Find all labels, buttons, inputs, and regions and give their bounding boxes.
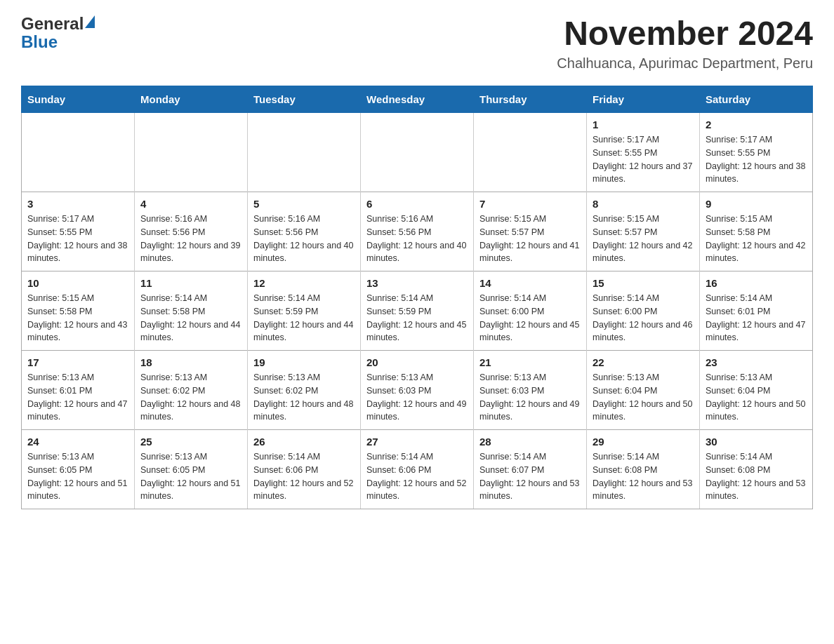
cell-week2-day5: 8Sunrise: 5:15 AMSunset: 5:57 PMDaylight… <box>587 192 700 271</box>
day-number: 1 <box>593 119 694 130</box>
day-info: Sunrise: 5:13 AMSunset: 6:03 PMDaylight:… <box>366 371 468 424</box>
calendar-body: 1Sunrise: 5:17 AMSunset: 5:55 PMDaylight… <box>22 113 813 509</box>
day-number: 11 <box>140 277 241 289</box>
day-info: Sunrise: 5:15 AMSunset: 5:58 PMDaylight:… <box>27 292 128 344</box>
title-block: November 2024 Chalhuanca, Apurimac Depar… <box>557 14 813 72</box>
cell-week4-day3: 20Sunrise: 5:13 AMSunset: 6:03 PMDayligh… <box>361 351 474 430</box>
day-number: 5 <box>253 198 355 210</box>
day-number: 14 <box>479 277 581 289</box>
cell-week5-day6: 30Sunrise: 5:14 AMSunset: 6:08 PMDayligh… <box>700 430 813 509</box>
cell-week1-day2 <box>248 113 361 192</box>
day-number: 27 <box>366 436 468 448</box>
calendar-header: Sunday Monday Tuesday Wednesday Thursday… <box>22 86 813 113</box>
day-number: 7 <box>479 198 581 210</box>
cell-week1-day3 <box>361 113 474 192</box>
day-info: Sunrise: 5:13 AMSunset: 6:05 PMDaylight:… <box>140 450 241 503</box>
day-info: Sunrise: 5:16 AMSunset: 5:56 PMDaylight:… <box>366 213 468 265</box>
day-info: Sunrise: 5:13 AMSunset: 6:03 PMDaylight:… <box>479 371 581 424</box>
day-number: 10 <box>27 277 128 289</box>
day-number: 16 <box>706 277 807 289</box>
day-number: 4 <box>140 198 241 210</box>
day-number: 21 <box>479 356 581 368</box>
day-info: Sunrise: 5:13 AMSunset: 6:04 PMDaylight:… <box>593 371 694 424</box>
cell-week1-day0 <box>22 113 135 192</box>
cell-week1-day4 <box>474 113 587 192</box>
header-tuesday: Tuesday <box>248 86 361 113</box>
day-info: Sunrise: 5:16 AMSunset: 5:56 PMDaylight:… <box>140 213 241 265</box>
day-info: Sunrise: 5:15 AMSunset: 5:57 PMDaylight:… <box>593 213 694 265</box>
header-thursday: Thursday <box>474 86 587 113</box>
day-info: Sunrise: 5:14 AMSunset: 5:58 PMDaylight:… <box>140 292 241 344</box>
cell-week3-day5: 15Sunrise: 5:14 AMSunset: 6:00 PMDayligh… <box>587 271 700 351</box>
cell-week5-day1: 25Sunrise: 5:13 AMSunset: 6:05 PMDayligh… <box>135 430 248 509</box>
header-row: Sunday Monday Tuesday Wednesday Thursday… <box>22 86 813 113</box>
cell-week5-day0: 24Sunrise: 5:13 AMSunset: 6:05 PMDayligh… <box>22 430 135 509</box>
cell-week4-day4: 21Sunrise: 5:13 AMSunset: 6:03 PMDayligh… <box>474 351 587 430</box>
cell-week1-day5: 1Sunrise: 5:17 AMSunset: 5:55 PMDaylight… <box>587 113 700 192</box>
day-number: 26 <box>253 436 355 448</box>
day-number: 25 <box>140 436 241 448</box>
header-sunday: Sunday <box>22 86 135 113</box>
page-subtitle: Chalhuanca, Apurimac Department, Peru <box>557 55 813 72</box>
cell-week5-day4: 28Sunrise: 5:14 AMSunset: 6:07 PMDayligh… <box>474 430 587 509</box>
day-number: 2 <box>706 119 807 130</box>
day-number: 20 <box>366 356 468 368</box>
day-number: 19 <box>253 356 355 368</box>
cell-week3-day6: 16Sunrise: 5:14 AMSunset: 6:01 PMDayligh… <box>700 271 813 351</box>
week-row-5: 24Sunrise: 5:13 AMSunset: 6:05 PMDayligh… <box>22 430 813 509</box>
logo-triangle-icon <box>85 15 95 28</box>
day-number: 6 <box>366 198 468 210</box>
day-info: Sunrise: 5:14 AMSunset: 6:08 PMDaylight:… <box>593 450 694 503</box>
day-number: 13 <box>366 277 468 289</box>
day-info: Sunrise: 5:14 AMSunset: 5:59 PMDaylight:… <box>366 292 468 344</box>
week-row-1: 1Sunrise: 5:17 AMSunset: 5:55 PMDaylight… <box>22 113 813 192</box>
day-info: Sunrise: 5:17 AMSunset: 5:55 PMDaylight:… <box>593 133 694 186</box>
day-info: Sunrise: 5:15 AMSunset: 5:58 PMDaylight:… <box>706 213 807 265</box>
cell-week4-day6: 23Sunrise: 5:13 AMSunset: 6:04 PMDayligh… <box>700 351 813 430</box>
day-info: Sunrise: 5:14 AMSunset: 5:59 PMDaylight:… <box>253 292 355 344</box>
day-number: 30 <box>706 436 807 448</box>
day-info: Sunrise: 5:14 AMSunset: 6:06 PMDaylight:… <box>366 450 468 503</box>
header-saturday: Saturday <box>700 86 813 113</box>
day-info: Sunrise: 5:17 AMSunset: 5:55 PMDaylight:… <box>706 133 807 186</box>
day-number: 3 <box>27 198 128 210</box>
cell-week4-day2: 19Sunrise: 5:13 AMSunset: 6:02 PMDayligh… <box>248 351 361 430</box>
day-number: 29 <box>593 436 694 448</box>
cell-week5-day3: 27Sunrise: 5:14 AMSunset: 6:06 PMDayligh… <box>361 430 474 509</box>
cell-week1-day6: 2Sunrise: 5:17 AMSunset: 5:55 PMDaylight… <box>700 113 813 192</box>
cell-week3-day0: 10Sunrise: 5:15 AMSunset: 5:58 PMDayligh… <box>22 271 135 351</box>
day-number: 17 <box>27 356 128 368</box>
logo-general-text: General <box>21 14 84 34</box>
day-info: Sunrise: 5:14 AMSunset: 6:06 PMDaylight:… <box>253 450 355 503</box>
day-info: Sunrise: 5:14 AMSunset: 6:01 PMDaylight:… <box>706 292 807 344</box>
day-info: Sunrise: 5:14 AMSunset: 6:08 PMDaylight:… <box>706 450 807 503</box>
cell-week3-day4: 14Sunrise: 5:14 AMSunset: 6:00 PMDayligh… <box>474 271 587 351</box>
day-info: Sunrise: 5:15 AMSunset: 5:57 PMDaylight:… <box>479 213 581 265</box>
header-monday: Monday <box>135 86 248 113</box>
logo-blue-text: Blue <box>21 32 58 52</box>
cell-week2-day3: 6Sunrise: 5:16 AMSunset: 5:56 PMDaylight… <box>361 192 474 271</box>
cell-week4-day1: 18Sunrise: 5:13 AMSunset: 6:02 PMDayligh… <box>135 351 248 430</box>
day-info: Sunrise: 5:14 AMSunset: 6:07 PMDaylight:… <box>479 450 581 503</box>
cell-week4-day0: 17Sunrise: 5:13 AMSunset: 6:01 PMDayligh… <box>22 351 135 430</box>
day-info: Sunrise: 5:13 AMSunset: 6:02 PMDaylight:… <box>140 371 241 424</box>
week-row-4: 17Sunrise: 5:13 AMSunset: 6:01 PMDayligh… <box>22 351 813 430</box>
day-info: Sunrise: 5:14 AMSunset: 6:00 PMDaylight:… <box>593 292 694 344</box>
cell-week5-day2: 26Sunrise: 5:14 AMSunset: 6:06 PMDayligh… <box>248 430 361 509</box>
day-number: 24 <box>27 436 128 448</box>
page-header: General Blue November 2024 Chalhuanca, A… <box>21 14 813 72</box>
cell-week2-day0: 3Sunrise: 5:17 AMSunset: 5:55 PMDaylight… <box>22 192 135 271</box>
day-info: Sunrise: 5:13 AMSunset: 6:04 PMDaylight:… <box>706 371 807 424</box>
day-info: Sunrise: 5:13 AMSunset: 6:02 PMDaylight:… <box>253 371 355 424</box>
day-number: 9 <box>706 198 807 210</box>
cell-week3-day2: 12Sunrise: 5:14 AMSunset: 5:59 PMDayligh… <box>248 271 361 351</box>
day-info: Sunrise: 5:17 AMSunset: 5:55 PMDaylight:… <box>27 213 128 265</box>
day-number: 28 <box>479 436 581 448</box>
day-number: 8 <box>593 198 694 210</box>
cell-week3-day1: 11Sunrise: 5:14 AMSunset: 5:58 PMDayligh… <box>135 271 248 351</box>
cell-week5-day5: 29Sunrise: 5:14 AMSunset: 6:08 PMDayligh… <box>587 430 700 509</box>
cell-week2-day4: 7Sunrise: 5:15 AMSunset: 5:57 PMDaylight… <box>474 192 587 271</box>
day-number: 23 <box>706 356 807 368</box>
cell-week1-day1 <box>135 113 248 192</box>
day-number: 18 <box>140 356 241 368</box>
